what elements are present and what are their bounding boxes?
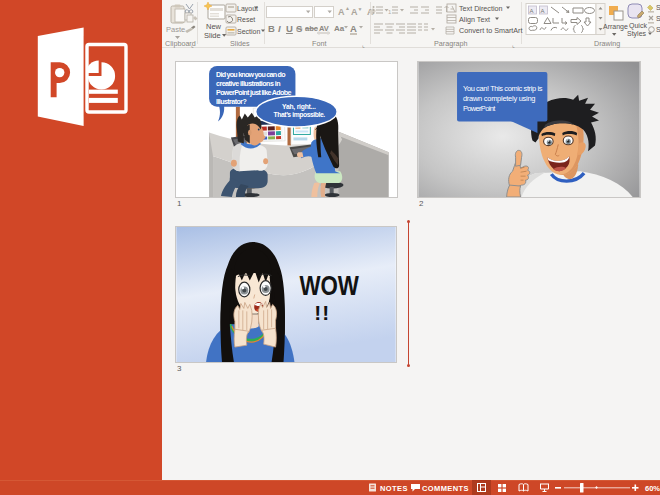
svg-text:Aa: Aa — [334, 24, 345, 33]
svg-text:Layout: Layout — [237, 5, 258, 13]
svg-text:WOW: WOW — [299, 271, 359, 301]
svg-text:Quick: Quick — [629, 22, 647, 30]
svg-text:S: S — [296, 23, 302, 34]
svg-text:Paragraph: Paragraph — [434, 39, 468, 48]
svg-text:▼: ▼ — [358, 6, 363, 12]
svg-text:!!: !! — [314, 301, 330, 324]
svg-text:⌞: ⌞ — [191, 42, 194, 48]
svg-text:Paste: Paste — [166, 25, 185, 34]
svg-text:1: 1 — [388, 9, 392, 15]
svg-text:Slide: Slide — [204, 31, 221, 40]
svg-text:U: U — [286, 23, 293, 34]
svg-text:You can! This comic strip is: You can! This comic strip is — [463, 84, 543, 93]
svg-text:Convert to SmartArt: Convert to SmartArt — [459, 26, 523, 35]
svg-text:New: New — [206, 22, 222, 31]
svg-text:Yah, right...: Yah, right... — [282, 103, 316, 111]
svg-text:▲: ▲ — [345, 5, 350, 11]
svg-text:S: S — [656, 26, 660, 33]
svg-text:A: A — [338, 7, 345, 17]
svg-text:Align Text: Align Text — [459, 15, 490, 24]
svg-text:COMMENTS: COMMENTS — [422, 484, 469, 493]
svg-text:Arrange: Arrange — [603, 23, 628, 31]
svg-text:S: S — [656, 15, 660, 22]
svg-text:A: A — [350, 23, 357, 34]
svg-text:Illustrator?: Illustrator? — [216, 98, 247, 106]
svg-text:AV: AV — [319, 24, 329, 33]
svg-text:A: A — [530, 8, 534, 14]
svg-text:A: A — [541, 8, 545, 14]
svg-text:Styles: Styles — [627, 30, 647, 38]
svg-text:Drawing: Drawing — [594, 39, 620, 48]
svg-text:Font: Font — [312, 39, 326, 48]
svg-text:⌞: ⌞ — [512, 42, 515, 48]
svg-text:B: B — [268, 23, 275, 34]
svg-text:I: I — [278, 23, 281, 34]
svg-text:S: S — [656, 4, 660, 11]
svg-text:Text Direction: Text Direction — [459, 4, 503, 13]
svg-text:Slides: Slides — [230, 39, 250, 48]
svg-text:PowerPoint just like Adobe: PowerPoint just like Adobe — [216, 89, 291, 97]
svg-text:⌞: ⌞ — [362, 42, 365, 48]
svg-text:PowerPoint: PowerPoint — [463, 104, 496, 113]
svg-text:60%: 60% — [645, 484, 660, 493]
svg-text:That’s impossible.: That’s impossible. — [274, 111, 326, 119]
svg-text:abc: abc — [305, 24, 318, 33]
svg-text:drawn completely using: drawn completely using — [463, 94, 535, 103]
svg-text:Did you know you can do: Did you know you can do — [216, 71, 286, 79]
svg-text:Reset: Reset — [237, 16, 255, 23]
svg-text:creative illustrations in: creative illustrations in — [216, 80, 281, 88]
svg-text:Section: Section — [237, 28, 260, 35]
svg-text:NOTES: NOTES — [380, 484, 408, 493]
